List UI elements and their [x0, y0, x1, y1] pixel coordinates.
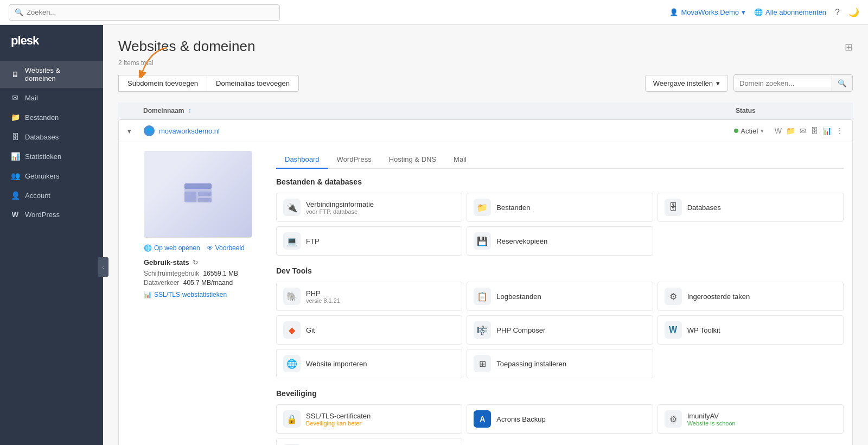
status-dot: [734, 129, 738, 133]
ftp-icon: 💻: [283, 232, 301, 250]
open-web-link[interactable]: 🌐 Op web openen: [144, 244, 200, 252]
toepassing-icon: ⊞: [474, 355, 491, 372]
git-icon: ◆: [283, 321, 301, 339]
user-name: MovaWorks Demo: [681, 8, 739, 16]
tool-acronis[interactable]: A Acronis Backup: [467, 404, 653, 434]
preview-link[interactable]: 👁 Voorbeeld: [207, 244, 245, 252]
tool-bestanden[interactable]: 📁 Bestanden: [467, 193, 653, 222]
tab-dashboard[interactable]: Dashboard: [276, 151, 328, 169]
domain-expand-button[interactable]: ▾: [127, 127, 138, 135]
topbar-right: 👤 MovaWorks Demo ▾ 🌐 Alle abonnementen ?…: [669, 7, 859, 17]
help-icon[interactable]: ?: [835, 8, 840, 17]
imunifyav-icon: ⚙: [665, 410, 682, 428]
sidebar-item-databases[interactable]: 🗄 Databases: [0, 127, 103, 147]
tool-ingeroosterd[interactable]: ⚙ Ingeroosterde taken: [658, 282, 844, 311]
tool-wptoolkit[interactable]: W WP Toolkit: [658, 315, 844, 345]
svg-rect-2: [184, 183, 212, 189]
db-action-icon[interactable]: 🗄: [810, 126, 818, 135]
tool-verbinding[interactable]: 🔌 Verbindingsinformatie voor FTP, databa…: [276, 193, 462, 222]
reservekopien-name: Reservekopieën: [496, 237, 547, 245]
global-search[interactable]: 🔍: [9, 4, 280, 21]
tab-hosting[interactable]: Hosting & DNS: [380, 151, 445, 169]
refresh-icon[interactable]: ↻: [193, 259, 198, 266]
tab-mail[interactable]: Mail: [445, 151, 475, 169]
svg-rect-3: [184, 192, 196, 202]
sidebar-item-label: Databases: [25, 133, 59, 141]
stats-icon: 📊: [11, 152, 20, 161]
domain-search-button[interactable]: 🔍: [832, 75, 852, 91]
view-settings-label: Weergave instellen: [653, 79, 713, 87]
tool-ftp[interactable]: 💻 FTP: [276, 226, 462, 256]
moon-icon[interactable]: 🌙: [848, 7, 859, 17]
usage-title: Gebruik-stats ↻: [144, 258, 263, 266]
view-settings-button[interactable]: Weergave instellen ▾: [645, 75, 728, 92]
add-subdomain-button[interactable]: Subdomein toevoegen: [118, 75, 207, 92]
tool-php[interactable]: 🐘 PHP versie 8.1.21: [276, 282, 462, 311]
topbar: 🔍 👤 MovaWorks Demo ▾ 🌐 Alle abonnementen…: [0, 0, 868, 25]
logbestanden-name: Logbestanden: [496, 293, 541, 301]
sidebar-item-label: WordPress: [25, 211, 60, 219]
subscriptions-menu[interactable]: 🌐 Alle abonnementen: [754, 8, 826, 16]
domain-name[interactable]: movaworksdemo.nl: [159, 127, 220, 135]
php-name: PHP: [306, 289, 340, 297]
tool-logbestanden[interactable]: 📋 Logbestanden: [467, 282, 653, 311]
tool-toepassing[interactable]: ⊞ Toepassing installeren: [467, 349, 653, 378]
layout-icon[interactable]: ⊞: [845, 41, 853, 53]
tool-databases[interactable]: 🗄 Databases: [658, 193, 844, 222]
detail-right: Dashboard WordPress Hosting & DNS Mail B…: [276, 151, 844, 445]
sidebar-item-account[interactable]: 👤 Account: [0, 186, 103, 205]
site-preview-placeholder: [144, 151, 252, 237]
search-input[interactable]: [27, 8, 274, 16]
sidebar-item-label: Account: [25, 192, 50, 200]
page-header: Websites & domeinen ⊞: [118, 38, 853, 55]
usage-traffic-value: 405.7 MB/maand: [183, 279, 233, 287]
tool-phpcomposer[interactable]: 🎼 PHP Composer: [467, 315, 653, 345]
detail-inner: 🌐 Op web openen 👁 Voorbeeld Gebruik-stat…: [144, 142, 844, 445]
stats-action-icon[interactable]: 📊: [822, 126, 832, 135]
ingeroosterd-icon: ⚙: [665, 288, 682, 305]
git-name: Git: [306, 326, 315, 334]
tool-imunifyav[interactable]: ⚙ ImunifyAV Website is schoon: [658, 404, 844, 434]
user-menu[interactable]: 👤 MovaWorks Demo ▾: [669, 8, 745, 16]
tab-wordpress[interactable]: WordPress: [328, 151, 380, 169]
wptoolkit-name: WP Toolkit: [687, 326, 720, 334]
sidebar-nav: 🖥 Websites & domeinen ✉ Mail 📁 Bestanden…: [0, 56, 103, 445]
table-header: Domeinnaam ↑ Status: [118, 103, 853, 119]
sidebar-item-bestanden[interactable]: 📁 Bestanden: [0, 107, 103, 127]
chevron-down-icon: ▾: [716, 79, 720, 87]
tool-reservekopien[interactable]: 💾 Reservekopieën: [467, 226, 653, 256]
files-action-icon[interactable]: 📁: [786, 126, 795, 135]
wordpress-action-icon[interactable]: W: [775, 126, 782, 135]
sidebar-item-mail[interactable]: ✉ Mail: [0, 88, 103, 107]
tool-importeren[interactable]: 🌐 Website importeren: [276, 349, 462, 378]
sidebar-item-gebruikers[interactable]: 👥 Gebruikers: [0, 166, 103, 186]
tool-afgeschermde[interactable]: 📁 Afgeschermde mappen: [276, 438, 462, 445]
domain-actions: W 📁 ✉ 🗄 📊 ⋮: [775, 126, 844, 135]
site-actions: 🌐 Op web openen 👁 Voorbeeld: [144, 244, 263, 252]
tool-ssl[interactable]: 🔒 SSL/TLS-certificaten Beveiliging kan b…: [276, 404, 462, 434]
svg-rect-5: [198, 198, 212, 202]
add-domainalias-button[interactable]: Domeinalias toevoegen: [207, 75, 299, 92]
detail-left: 🌐 Op web openen 👁 Voorbeeld Gebruik-stat…: [144, 151, 263, 445]
main-content: Websites & domeinen ⊞ 2 items total: [103, 25, 868, 445]
databases-icon: 🗄: [11, 132, 20, 141]
items-count: 2 items total: [118, 59, 853, 67]
usage-traffic-row: Dataverkeer 405.7 MB/maand: [144, 279, 263, 287]
acronis-icon: A: [474, 410, 491, 428]
logbestanden-icon: 📋: [474, 288, 491, 305]
open-web-icon: 🌐: [144, 244, 152, 252]
users-icon: 👥: [11, 171, 20, 180]
globe-icon: 🌐: [754, 8, 763, 16]
domain-search[interactable]: 🔍: [733, 74, 853, 92]
sidebar-collapse-button[interactable]: ‹: [98, 257, 108, 277]
sidebar-item-statistieken[interactable]: 📊 Statistieken: [0, 147, 103, 166]
mail-action-icon[interactable]: ✉: [800, 126, 806, 135]
sort-icon: ↑: [188, 107, 192, 115]
more-action-icon[interactable]: ⋮: [836, 126, 844, 135]
sidebar-item-websites[interactable]: 🖥 Websites & domeinen: [0, 61, 103, 88]
domain-search-input[interactable]: [734, 79, 832, 87]
ssl-icon: 🔒: [283, 410, 301, 428]
sidebar-item-wordpress[interactable]: W WordPress: [0, 205, 103, 224]
ssl-stats-link[interactable]: 📊 SSL/TLS-webstatistieken: [144, 291, 263, 298]
tool-git[interactable]: ◆ Git: [276, 315, 462, 345]
